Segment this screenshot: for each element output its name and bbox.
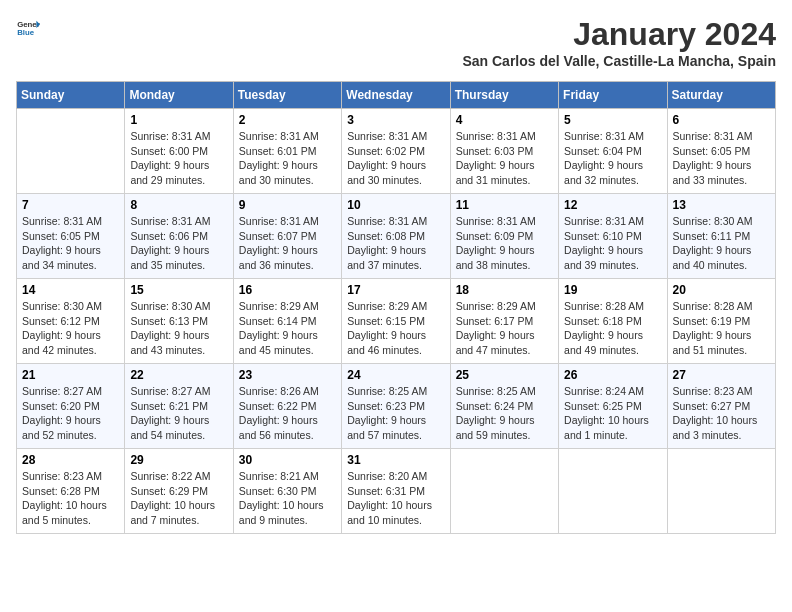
day-number: 23 [239, 368, 336, 382]
day-number: 28 [22, 453, 119, 467]
day-number: 17 [347, 283, 444, 297]
calendar-cell: 2 Sunrise: 8:31 AM Sunset: 6:01 PM Dayli… [233, 109, 341, 194]
day-info: Sunrise: 8:27 AM Sunset: 6:20 PM Dayligh… [22, 384, 119, 443]
calendar-cell: 21 Sunrise: 8:27 AM Sunset: 6:20 PM Dayl… [17, 364, 125, 449]
day-number: 16 [239, 283, 336, 297]
location-subtitle: San Carlos del Valle, Castille-La Mancha… [462, 53, 776, 69]
day-number: 6 [673, 113, 770, 127]
day-number: 13 [673, 198, 770, 212]
calendar-cell [667, 449, 775, 534]
day-number: 7 [22, 198, 119, 212]
day-info: Sunrise: 8:31 AM Sunset: 6:04 PM Dayligh… [564, 129, 661, 188]
day-info: Sunrise: 8:28 AM Sunset: 6:19 PM Dayligh… [673, 299, 770, 358]
day-info: Sunrise: 8:28 AM Sunset: 6:18 PM Dayligh… [564, 299, 661, 358]
day-number: 10 [347, 198, 444, 212]
calendar-cell: 31 Sunrise: 8:20 AM Sunset: 6:31 PM Dayl… [342, 449, 450, 534]
day-info: Sunrise: 8:23 AM Sunset: 6:27 PM Dayligh… [673, 384, 770, 443]
day-info: Sunrise: 8:31 AM Sunset: 6:02 PM Dayligh… [347, 129, 444, 188]
calendar-cell: 26 Sunrise: 8:24 AM Sunset: 6:25 PM Dayl… [559, 364, 667, 449]
weekday-header: Sunday [17, 82, 125, 109]
day-number: 31 [347, 453, 444, 467]
calendar-cell: 11 Sunrise: 8:31 AM Sunset: 6:09 PM Dayl… [450, 194, 558, 279]
day-info: Sunrise: 8:20 AM Sunset: 6:31 PM Dayligh… [347, 469, 444, 528]
calendar-cell: 9 Sunrise: 8:31 AM Sunset: 6:07 PM Dayli… [233, 194, 341, 279]
calendar-cell: 22 Sunrise: 8:27 AM Sunset: 6:21 PM Dayl… [125, 364, 233, 449]
calendar-cell [559, 449, 667, 534]
day-info: Sunrise: 8:31 AM Sunset: 6:07 PM Dayligh… [239, 214, 336, 273]
day-number: 9 [239, 198, 336, 212]
calendar-cell: 15 Sunrise: 8:30 AM Sunset: 6:13 PM Dayl… [125, 279, 233, 364]
calendar-cell: 27 Sunrise: 8:23 AM Sunset: 6:27 PM Dayl… [667, 364, 775, 449]
day-info: Sunrise: 8:29 AM Sunset: 6:17 PM Dayligh… [456, 299, 553, 358]
calendar-cell: 1 Sunrise: 8:31 AM Sunset: 6:00 PM Dayli… [125, 109, 233, 194]
day-info: Sunrise: 8:22 AM Sunset: 6:29 PM Dayligh… [130, 469, 227, 528]
month-title: January 2024 [462, 16, 776, 53]
calendar-cell: 30 Sunrise: 8:21 AM Sunset: 6:30 PM Dayl… [233, 449, 341, 534]
calendar-cell: 6 Sunrise: 8:31 AM Sunset: 6:05 PM Dayli… [667, 109, 775, 194]
calendar-cell: 18 Sunrise: 8:29 AM Sunset: 6:17 PM Dayl… [450, 279, 558, 364]
day-info: Sunrise: 8:29 AM Sunset: 6:15 PM Dayligh… [347, 299, 444, 358]
day-number: 14 [22, 283, 119, 297]
day-number: 4 [456, 113, 553, 127]
calendar-cell: 4 Sunrise: 8:31 AM Sunset: 6:03 PM Dayli… [450, 109, 558, 194]
day-info: Sunrise: 8:30 AM Sunset: 6:12 PM Dayligh… [22, 299, 119, 358]
day-number: 26 [564, 368, 661, 382]
calendar-cell: 3 Sunrise: 8:31 AM Sunset: 6:02 PM Dayli… [342, 109, 450, 194]
calendar-cell: 17 Sunrise: 8:29 AM Sunset: 6:15 PM Dayl… [342, 279, 450, 364]
weekday-header: Monday [125, 82, 233, 109]
day-info: Sunrise: 8:31 AM Sunset: 6:05 PM Dayligh… [673, 129, 770, 188]
day-info: Sunrise: 8:24 AM Sunset: 6:25 PM Dayligh… [564, 384, 661, 443]
day-number: 11 [456, 198, 553, 212]
day-number: 20 [673, 283, 770, 297]
weekday-header: Tuesday [233, 82, 341, 109]
day-number: 12 [564, 198, 661, 212]
calendar-cell: 10 Sunrise: 8:31 AM Sunset: 6:08 PM Dayl… [342, 194, 450, 279]
day-number: 8 [130, 198, 227, 212]
calendar-cell: 8 Sunrise: 8:31 AM Sunset: 6:06 PM Dayli… [125, 194, 233, 279]
day-info: Sunrise: 8:31 AM Sunset: 6:00 PM Dayligh… [130, 129, 227, 188]
day-number: 19 [564, 283, 661, 297]
day-info: Sunrise: 8:25 AM Sunset: 6:24 PM Dayligh… [456, 384, 553, 443]
logo-icon: General Blue [16, 16, 40, 40]
calendar-cell: 12 Sunrise: 8:31 AM Sunset: 6:10 PM Dayl… [559, 194, 667, 279]
day-info: Sunrise: 8:31 AM Sunset: 6:09 PM Dayligh… [456, 214, 553, 273]
day-info: Sunrise: 8:31 AM Sunset: 6:03 PM Dayligh… [456, 129, 553, 188]
day-number: 18 [456, 283, 553, 297]
day-number: 1 [130, 113, 227, 127]
day-number: 25 [456, 368, 553, 382]
calendar-table: SundayMondayTuesdayWednesdayThursdayFrid… [16, 81, 776, 534]
day-number: 2 [239, 113, 336, 127]
calendar-cell: 28 Sunrise: 8:23 AM Sunset: 6:28 PM Dayl… [17, 449, 125, 534]
calendar-cell [17, 109, 125, 194]
weekday-header: Saturday [667, 82, 775, 109]
calendar-cell: 13 Sunrise: 8:30 AM Sunset: 6:11 PM Dayl… [667, 194, 775, 279]
calendar-cell: 20 Sunrise: 8:28 AM Sunset: 6:19 PM Dayl… [667, 279, 775, 364]
weekday-header: Wednesday [342, 82, 450, 109]
calendar-cell: 25 Sunrise: 8:25 AM Sunset: 6:24 PM Dayl… [450, 364, 558, 449]
logo: General Blue [16, 16, 40, 40]
day-info: Sunrise: 8:31 AM Sunset: 6:05 PM Dayligh… [22, 214, 119, 273]
day-info: Sunrise: 8:25 AM Sunset: 6:23 PM Dayligh… [347, 384, 444, 443]
weekday-header: Thursday [450, 82, 558, 109]
calendar-cell [450, 449, 558, 534]
svg-text:Blue: Blue [17, 28, 35, 37]
calendar-cell: 29 Sunrise: 8:22 AM Sunset: 6:29 PM Dayl… [125, 449, 233, 534]
day-info: Sunrise: 8:30 AM Sunset: 6:13 PM Dayligh… [130, 299, 227, 358]
day-number: 24 [347, 368, 444, 382]
day-number: 22 [130, 368, 227, 382]
day-info: Sunrise: 8:23 AM Sunset: 6:28 PM Dayligh… [22, 469, 119, 528]
day-info: Sunrise: 8:31 AM Sunset: 6:10 PM Dayligh… [564, 214, 661, 273]
day-info: Sunrise: 8:26 AM Sunset: 6:22 PM Dayligh… [239, 384, 336, 443]
day-info: Sunrise: 8:30 AM Sunset: 6:11 PM Dayligh… [673, 214, 770, 273]
day-number: 21 [22, 368, 119, 382]
day-number: 29 [130, 453, 227, 467]
weekday-header: Friday [559, 82, 667, 109]
calendar-cell: 24 Sunrise: 8:25 AM Sunset: 6:23 PM Dayl… [342, 364, 450, 449]
day-info: Sunrise: 8:29 AM Sunset: 6:14 PM Dayligh… [239, 299, 336, 358]
calendar-cell: 5 Sunrise: 8:31 AM Sunset: 6:04 PM Dayli… [559, 109, 667, 194]
day-info: Sunrise: 8:31 AM Sunset: 6:08 PM Dayligh… [347, 214, 444, 273]
day-number: 3 [347, 113, 444, 127]
calendar-cell: 19 Sunrise: 8:28 AM Sunset: 6:18 PM Dayl… [559, 279, 667, 364]
day-number: 5 [564, 113, 661, 127]
calendar-cell: 23 Sunrise: 8:26 AM Sunset: 6:22 PM Dayl… [233, 364, 341, 449]
